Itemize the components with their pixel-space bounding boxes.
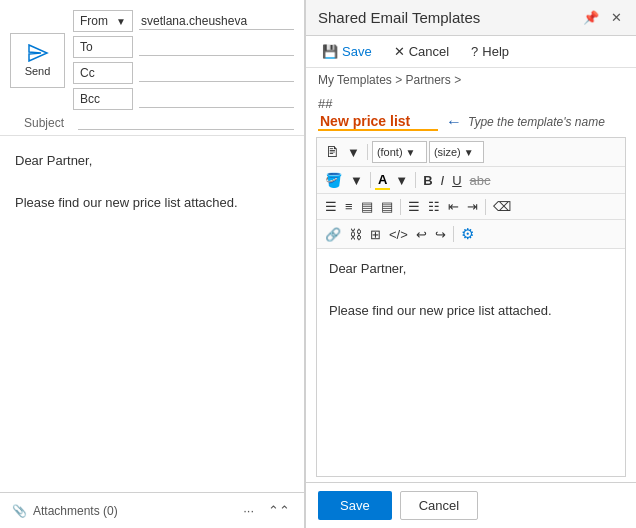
footer-cancel-button[interactable]: Cancel	[400, 491, 478, 520]
to-button[interactable]: To	[73, 36, 133, 58]
editor-body-line1: Dear Partner,	[329, 259, 613, 280]
bold-button[interactable]: B	[420, 171, 435, 190]
paperclip-icon: 📎	[12, 504, 27, 518]
footer-icons: ··· ⌃⌃	[241, 501, 292, 520]
size-dropdown[interactable]: (size) ▼	[429, 141, 484, 163]
subject-input[interactable]	[78, 115, 294, 130]
bcc-input[interactable]	[139, 91, 294, 108]
font-label: (font)	[377, 146, 403, 158]
svg-marker-0	[29, 45, 47, 61]
highlight-chevron-button[interactable]: ▼	[347, 171, 366, 190]
align-center-button[interactable]: ≡	[342, 197, 356, 216]
cc-button[interactable]: Cc	[73, 62, 133, 84]
font-color-chevron[interactable]: ▼	[392, 171, 411, 190]
strikethrough-button[interactable]: abc	[467, 171, 494, 190]
template-name-row: ← Type the template's name	[318, 113, 624, 131]
align-right-button[interactable]: ▤	[358, 197, 376, 216]
pin-icon[interactable]: 📌	[581, 8, 601, 27]
editor-toolbar-row-1: 🖹 ▼ (font) ▼ (size) ▼	[317, 138, 625, 167]
cc-row: Cc	[73, 62, 294, 84]
separator-5	[485, 199, 486, 215]
panel-header: Shared Email Templates 📌 ✕	[306, 0, 636, 36]
email-header: Send From ▼ To C	[0, 0, 304, 136]
bullet-list-button[interactable]: ☰	[405, 197, 423, 216]
hint-text: Type the template's name	[468, 115, 605, 129]
bcc-row: Bcc	[73, 88, 294, 110]
from-chevron-icon: ▼	[116, 16, 126, 27]
cancel-label: Cancel	[409, 44, 449, 59]
left-panel: Send From ▼ To C	[0, 0, 305, 528]
arrow-left-icon: ←	[446, 113, 462, 131]
close-button[interactable]: ✕	[609, 8, 624, 27]
highlight-color-button[interactable]: 🪣	[322, 170, 345, 190]
from-input[interactable]	[139, 13, 294, 30]
link-button[interactable]: 🔗	[322, 225, 344, 244]
from-row: From ▼	[73, 10, 294, 32]
panel-footer: Save Cancel	[306, 482, 636, 528]
cancel-button[interactable]: ✕ Cancel	[390, 42, 453, 61]
cc-input[interactable]	[139, 65, 294, 82]
font-color-button[interactable]: A	[375, 171, 390, 190]
size-label: (size)	[434, 146, 461, 158]
font-chevron-icon: ▼	[406, 147, 416, 158]
email-top-row: Send From ▼ To C	[10, 10, 294, 110]
align-left-button[interactable]: ☰	[322, 197, 340, 216]
help-button[interactable]: ? Help	[467, 42, 513, 61]
to-input[interactable]	[139, 39, 294, 56]
right-panel: Shared Email Templates 📌 ✕ 💾 Save ✕ Canc…	[305, 0, 636, 528]
editor-body[interactable]: Dear Partner, Please find our new price …	[317, 249, 625, 476]
outdent-button[interactable]: ⇤	[445, 197, 462, 216]
editor-body-line3: Please find our new price list attached.	[329, 301, 613, 322]
send-label: Send	[25, 65, 51, 77]
help-icon: ?	[471, 44, 478, 59]
italic-button[interactable]: I	[438, 171, 448, 190]
template-name-input[interactable]	[318, 113, 438, 131]
send-button[interactable]: Send	[10, 33, 65, 88]
save-button[interactable]: 💾 Save	[318, 42, 376, 61]
unlink-button[interactable]: ⛓	[346, 225, 365, 244]
email-body-line1: Dear Partner,	[15, 151, 289, 172]
footer-save-button[interactable]: Save	[318, 491, 392, 520]
table-button[interactable]: ⊞	[367, 225, 384, 244]
separator-3	[415, 172, 416, 188]
font-dropdown[interactable]: (font) ▼	[372, 141, 427, 163]
template-picker-button[interactable]: 🖹	[322, 142, 342, 162]
email-body: Dear Partner, Please find our new price …	[0, 136, 304, 492]
separator-1	[367, 144, 368, 160]
field-rows: From ▼ To Cc	[73, 10, 294, 110]
attachment-area: 📎 Attachments (0)	[12, 504, 118, 518]
size-chevron-icon: ▼	[464, 147, 474, 158]
separator-4	[400, 199, 401, 215]
picker-chevron-button[interactable]: ▼	[344, 143, 363, 162]
panel-header-icons: 📌 ✕	[581, 8, 624, 27]
underline-button[interactable]: U	[449, 171, 464, 190]
help-label: Help	[482, 44, 509, 59]
separator-6	[453, 226, 454, 242]
from-button[interactable]: From ▼	[73, 10, 133, 32]
separator-2	[370, 172, 371, 188]
hash-label: ##	[318, 96, 624, 111]
to-row: To	[73, 36, 294, 58]
align-justify-button[interactable]: ▤	[378, 197, 396, 216]
breadcrumb-text: My Templates > Partners >	[318, 73, 461, 87]
eraser-button[interactable]: ⌫	[490, 197, 514, 216]
undo-button[interactable]: ↩	[413, 225, 430, 244]
attachments-label: Attachments (0)	[33, 504, 118, 518]
macro-button[interactable]: ⚙	[458, 223, 477, 245]
code-button[interactable]: </>	[386, 225, 411, 244]
indent-button[interactable]: ⇥	[464, 197, 481, 216]
template-name-section: ## ← Type the template's name	[306, 92, 636, 137]
save-disk-icon: 💾	[322, 44, 338, 59]
bcc-button[interactable]: Bcc	[73, 88, 133, 110]
redo-button[interactable]: ↪	[432, 225, 449, 244]
cancel-x-icon: ✕	[394, 44, 405, 59]
save-label: Save	[342, 44, 372, 59]
collapse-button[interactable]: ⌃⌃	[266, 501, 292, 520]
numbered-list-button[interactable]: ☷	[425, 197, 443, 216]
email-body-line3: Please find our new price list attached.	[15, 193, 289, 214]
subject-row: Subject	[10, 115, 294, 130]
editor-container: 🖹 ▼ (font) ▼ (size) ▼ 🪣 ▼ A ▼ B I U abc	[316, 137, 626, 477]
more-options-button[interactable]: ···	[241, 501, 256, 520]
arrow-hint: ← Type the template's name	[446, 113, 605, 131]
breadcrumb[interactable]: My Templates > Partners >	[306, 68, 636, 92]
